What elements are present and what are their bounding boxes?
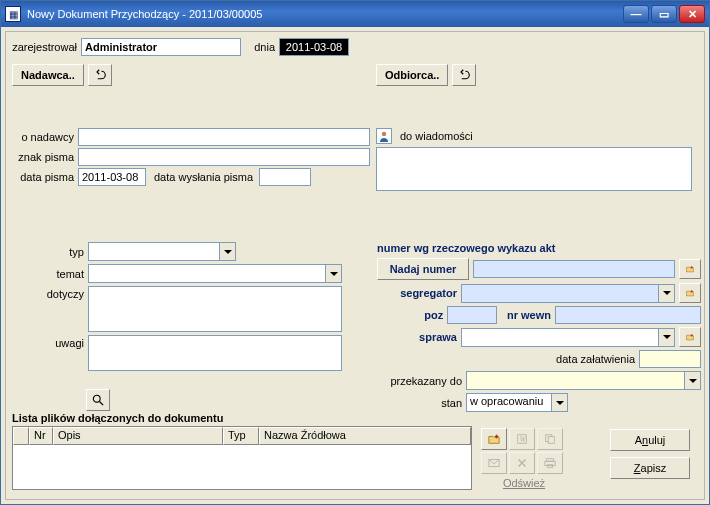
sender-form: o nadawcy znak pisma data pisma data wys… xyxy=(12,128,370,186)
client-area: zarejestrował dnia Nadawca.. o nadawcy z… xyxy=(5,31,705,500)
case-add-button[interactable] xyxy=(679,327,701,347)
col-desc[interactable]: Opis xyxy=(53,427,223,445)
sender-letter-date-label: data pisma xyxy=(12,171,74,183)
sender-about-label: o nadawcy xyxy=(12,131,74,143)
word-icon: W xyxy=(516,432,528,446)
case-value xyxy=(462,329,658,346)
app-icon: ▦ xyxy=(5,6,21,22)
row-selector-header xyxy=(13,427,29,445)
sender-open-button[interactable]: Nadawca.. xyxy=(12,64,84,86)
state-value: w opracowaniu xyxy=(467,394,551,411)
person-icon xyxy=(376,128,392,144)
folder-plus-icon xyxy=(488,432,500,446)
sender-sent-date-field[interactable] xyxy=(259,168,311,186)
save-button[interactable]: Zapisz xyxy=(610,457,690,479)
file-print-button[interactable] xyxy=(537,452,563,474)
sender-group: Nadawca.. o nadawcy znak pisma data pism… xyxy=(12,64,370,204)
number-field[interactable] xyxy=(473,260,675,278)
forwarded-combo[interactable] xyxy=(466,371,701,390)
window-frame: ▦ Nowy Dokument Przychodzący - 2011/03/0… xyxy=(0,0,710,505)
recipient-open-button[interactable]: Odbiorca.. xyxy=(376,64,448,86)
mail-icon xyxy=(488,456,500,470)
copy-icon xyxy=(544,432,556,446)
sender-group-head: Nadawca.. xyxy=(12,64,370,86)
folder-plus-icon xyxy=(686,262,694,276)
print-icon xyxy=(544,456,556,470)
svg-point-0 xyxy=(382,132,386,136)
files-title: Lista plików dołączonych do dokumentu xyxy=(12,412,472,424)
concerns-field[interactable] xyxy=(88,286,342,332)
state-label: stan xyxy=(377,397,462,409)
left-mid: typ temat dotyczy xyxy=(12,242,342,371)
pos-field[interactable] xyxy=(447,306,497,324)
undo-icon xyxy=(94,69,106,81)
chevron-down-icon xyxy=(658,285,674,302)
date-field[interactable] xyxy=(279,38,349,56)
recipient-group-head: Odbiorca.. xyxy=(376,64,692,86)
sender-sent-date-label: data wysłania pisma xyxy=(150,171,255,183)
cancel-button[interactable]: Anuluj xyxy=(610,429,690,451)
subject-value xyxy=(89,265,325,282)
registered-by-field[interactable] xyxy=(81,38,241,56)
chevron-down-icon xyxy=(658,329,674,346)
cc-label: do wiadomości xyxy=(396,130,473,142)
search-button[interactable] xyxy=(86,389,110,411)
file-copy-button[interactable] xyxy=(537,428,563,450)
sender-sign-field[interactable] xyxy=(78,148,370,166)
recipient-group: Odbiorca.. do wiadomości xyxy=(376,64,692,204)
svg-text:W: W xyxy=(519,435,526,444)
undo-icon xyxy=(458,69,470,81)
remarks-field[interactable] xyxy=(88,335,342,371)
file-edit-button[interactable]: W xyxy=(509,428,535,450)
svg-point-1 xyxy=(93,395,100,402)
window-buttons: — ▭ ✕ xyxy=(623,5,705,23)
sender-sign-label: znak pisma xyxy=(12,151,74,163)
sender-letter-date-field[interactable] xyxy=(78,168,146,186)
col-type[interactable]: Typ xyxy=(223,427,259,445)
type-label: typ xyxy=(12,246,84,258)
case-label: sprawa xyxy=(377,331,457,343)
date-label: dnia xyxy=(245,41,275,53)
files-section: Lista plików dołączonych do dokumentu Nr… xyxy=(12,412,472,490)
number-add-button[interactable] xyxy=(679,259,701,279)
col-nr[interactable]: Nr xyxy=(29,427,53,445)
titlebar: ▦ Nowy Dokument Przychodzący - 2011/03/0… xyxy=(1,1,709,27)
settle-date-label: data załatwienia xyxy=(556,353,635,365)
sender-about-field[interactable] xyxy=(78,128,370,146)
sender-undo-button[interactable] xyxy=(88,64,112,86)
svg-rect-5 xyxy=(548,436,554,443)
minimize-button[interactable]: — xyxy=(623,5,649,23)
settle-date-field[interactable] xyxy=(639,350,701,368)
chevron-down-icon xyxy=(551,394,567,411)
recipient-undo-button[interactable] xyxy=(452,64,476,86)
col-source[interactable]: Nazwa Źródłowa xyxy=(259,427,471,445)
file-mail-button[interactable] xyxy=(481,452,507,474)
files-table[interactable]: Nr Opis Typ Nazwa Źródłowa xyxy=(12,426,472,490)
file-delete-button[interactable] xyxy=(509,452,535,474)
cc-field[interactable] xyxy=(376,147,692,191)
chevron-down-icon xyxy=(219,243,235,260)
right-mid: numer wg rzeczowego wykazu akt Nadaj num… xyxy=(377,242,701,415)
rwak-section-title: numer wg rzeczowego wykazu akt xyxy=(377,242,701,254)
binder-combo[interactable] xyxy=(461,284,675,303)
binder-add-button[interactable] xyxy=(679,283,701,303)
file-toolbar: W Odśwież xyxy=(481,428,567,489)
case-combo[interactable] xyxy=(461,328,675,347)
refresh-link[interactable]: Odśwież xyxy=(481,477,567,489)
files-header: Nr Opis Typ Nazwa Źródłowa xyxy=(13,427,471,445)
action-buttons: Anuluj Zapisz xyxy=(610,429,690,479)
forwarded-value xyxy=(467,372,684,389)
delete-icon xyxy=(516,456,528,470)
concerns-label: dotyczy xyxy=(12,286,84,300)
assign-number-button[interactable]: Nadaj numer xyxy=(377,258,469,280)
close-button[interactable]: ✕ xyxy=(679,5,705,23)
maximize-button[interactable]: ▭ xyxy=(651,5,677,23)
file-add-button[interactable] xyxy=(481,428,507,450)
subject-combo[interactable] xyxy=(88,264,342,283)
type-combo[interactable] xyxy=(88,242,236,261)
internal-no-label: nr wewn xyxy=(501,309,551,321)
state-combo[interactable]: w opracowaniu xyxy=(466,393,568,412)
forwarded-label: przekazany do xyxy=(377,375,462,387)
internal-no-field[interactable] xyxy=(555,306,701,324)
binder-label: segregator xyxy=(377,287,457,299)
